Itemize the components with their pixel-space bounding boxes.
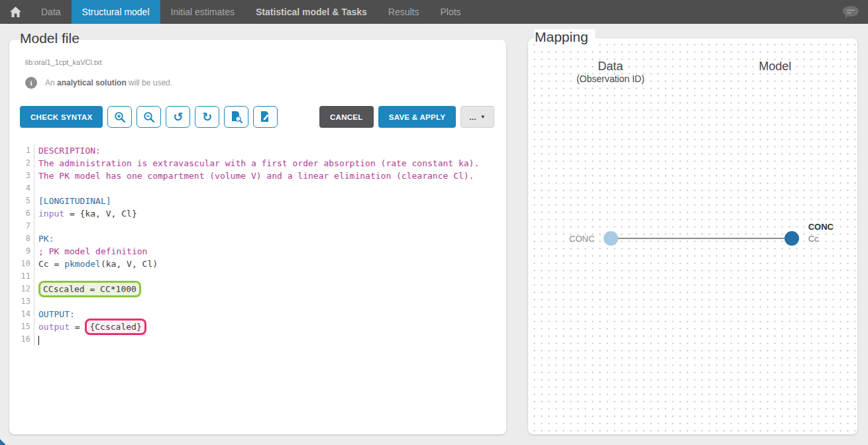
library-file-name: lib:oral1_1cpt_kaVCl.txt bbox=[25, 58, 102, 66]
redo-icon: ↻ bbox=[202, 111, 212, 123]
check-syntax-button[interactable]: CHECK SYNTAX bbox=[20, 106, 103, 128]
edit-document-icon bbox=[260, 111, 271, 123]
chevron-down-icon: ▼ bbox=[480, 114, 486, 120]
mapping-model-variable: Cc bbox=[808, 234, 834, 244]
zoom-in-button[interactable] bbox=[107, 106, 132, 128]
zoom-out-icon bbox=[143, 111, 155, 123]
mapping-panel: Data (Observation ID) Model CONC CONC Cc bbox=[528, 38, 857, 434]
speech-bubble-icon bbox=[841, 5, 860, 19]
mapping-model-node[interactable] bbox=[785, 231, 799, 246]
mapping-title: Mapping bbox=[535, 29, 595, 48]
code-editor[interactable]: 1DESCRIPTION:2The administration is extr… bbox=[20, 144, 496, 425]
mapping-data-label: CONC bbox=[569, 234, 594, 244]
more-options-label: ... bbox=[469, 113, 476, 121]
tab-statistical-model-tasks[interactable]: Statistical model & Tasks bbox=[245, 0, 378, 24]
mapping-column-headers: Data (Observation ID) Model bbox=[528, 60, 857, 84]
mapping-model-header: Model bbox=[693, 60, 858, 74]
preview-document-button[interactable] bbox=[224, 106, 248, 128]
tab-results[interactable]: Results bbox=[378, 0, 430, 24]
top-navigation-bar: Data Structural model Initial estimates … bbox=[0, 0, 868, 24]
tab-structural-model[interactable]: Structural model bbox=[72, 0, 160, 24]
home-icon bbox=[9, 6, 22, 18]
chat-button[interactable] bbox=[841, 5, 860, 19]
corner-accent bbox=[0, 439, 6, 445]
model-file-title: Model file bbox=[20, 30, 80, 46]
cancel-button[interactable]: CANCEL bbox=[319, 106, 374, 128]
mapping-model-labels: CONC Cc bbox=[808, 222, 834, 244]
edit-document-button[interactable] bbox=[253, 106, 278, 128]
analytical-solution-note: i An analytical solution will be used. bbox=[25, 77, 172, 89]
editor-toolbar: CHECK SYNTAX ↺ bbox=[20, 106, 494, 128]
preview-document-icon bbox=[230, 111, 243, 123]
mapping-data-node[interactable] bbox=[604, 231, 618, 246]
mapping-model-name: CONC bbox=[808, 222, 834, 232]
save-apply-button[interactable]: SAVE & APPLY bbox=[378, 106, 457, 128]
info-icon: i bbox=[25, 77, 37, 89]
mapping-connector-line bbox=[618, 238, 784, 239]
zoom-in-icon bbox=[114, 111, 126, 123]
mapping-data-subheader: (Observation ID) bbox=[528, 74, 693, 84]
undo-button[interactable]: ↺ bbox=[166, 106, 190, 128]
tab-plots[interactable]: Plots bbox=[430, 0, 472, 24]
redo-button[interactable]: ↻ bbox=[195, 106, 219, 128]
mapping-row-conc: CONC CONC Cc bbox=[569, 224, 834, 253]
info-note-text: An analytical solution will be used. bbox=[45, 78, 172, 87]
more-options-button[interactable]: ... ▼ bbox=[461, 106, 494, 128]
undo-icon: ↺ bbox=[173, 111, 183, 123]
tab-data[interactable]: Data bbox=[30, 0, 72, 24]
tab-initial-estimates[interactable]: Initial estimates bbox=[160, 0, 245, 24]
zoom-out-button[interactable] bbox=[136, 106, 161, 128]
home-button[interactable] bbox=[0, 0, 30, 24]
model-file-panel: lib:oral1_1cpt_kaVCl.txt i An analytical… bbox=[9, 40, 506, 434]
mapping-data-header: Data bbox=[528, 60, 693, 74]
